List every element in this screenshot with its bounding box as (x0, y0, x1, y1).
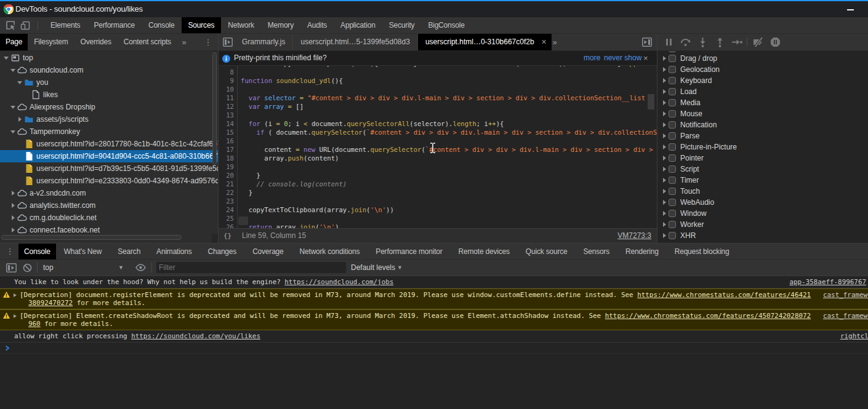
event-category-drag-drop[interactable]: Drag / drop (657, 53, 868, 64)
sidebar-menu-button[interactable]: ⋮ (202, 34, 214, 50)
tree-expander[interactable] (17, 117, 22, 122)
tree-expander[interactable] (10, 105, 15, 109)
tree-item-likes[interactable]: likes (0, 89, 218, 101)
checkbox[interactable] (669, 154, 676, 162)
event-category-xhr[interactable]: XHR (657, 230, 868, 241)
editor-tab[interactable]: userscript.html…0-310b667c0f2b× (418, 34, 552, 50)
tree-item-userscript-html-id-e2333803-0dd0-4349-86[interactable]: userscript.html?id=e2333803-0dd0-4349-86… (0, 175, 218, 187)
sidebar-tab-content-scripts[interactable]: Content scripts (118, 34, 177, 50)
drawer-tab-search[interactable]: Search (110, 244, 148, 260)
checkbox[interactable] (669, 210, 676, 217)
tree-item-userscript-html-id-9041d904-ccc5-4c81-a0[interactable]: userscript.html?id=9041d904-ccc5-4c81-a0… (0, 150, 218, 162)
chevron-right-icon[interactable] (663, 211, 666, 216)
chevron-right-icon[interactable] (663, 122, 666, 127)
chevron-right-icon[interactable] (663, 89, 666, 94)
minimize-button[interactable] (845, 4, 857, 15)
event-category-script[interactable]: Script (657, 164, 868, 175)
navigator-toggle-icon[interactable] (223, 38, 233, 47)
step-into-icon[interactable] (697, 37, 708, 47)
line-number[interactable]: 9 (230, 76, 234, 85)
context-selector[interactable]: top (43, 260, 54, 276)
message-source-link[interactable]: rightclick.user.js (840, 332, 868, 340)
infobar-never-show-link[interactable]: never show (604, 51, 641, 65)
event-category-mouse[interactable]: Mouse (657, 108, 868, 119)
checkbox[interactable] (669, 66, 676, 73)
checkbox[interactable] (669, 132, 676, 140)
checkbox[interactable] (669, 199, 676, 206)
line-number[interactable]: 13 (226, 111, 234, 119)
drawer-tab-network-conditions[interactable]: Network conditions (292, 244, 368, 260)
line-number[interactable]: 24 (226, 205, 234, 214)
line-number[interactable]: 8 (230, 68, 234, 76)
chevron-right-icon[interactable] (663, 67, 666, 72)
tree-expander[interactable] (10, 129, 15, 134)
infobar-close-icon[interactable]: × (643, 51, 648, 65)
event-category-load[interactable]: Load (657, 86, 868, 97)
tab-sources[interactable]: Sources (182, 17, 222, 33)
sidebar-tab-overrides[interactable]: Overrides (74, 34, 118, 50)
chevron-right-icon[interactable] (663, 233, 666, 238)
drawer-tab-animations[interactable]: Animations (148, 244, 199, 260)
tab-memory[interactable]: Memory (261, 17, 300, 33)
chevron-right-icon[interactable] (663, 133, 666, 138)
step-icon[interactable] (731, 37, 742, 47)
message-link[interactable]: 960 (28, 320, 41, 328)
tab-elements[interactable]: Elements (44, 17, 87, 33)
step-over-icon[interactable] (680, 37, 690, 47)
sidebar-more-tabs-button[interactable]: » (176, 34, 192, 50)
tree-item-aliexpress-dropship[interactable]: Aliexpress Dropship (0, 101, 218, 113)
chevron-right-icon[interactable] (663, 78, 666, 83)
line-number[interactable]: 14 (226, 119, 234, 128)
event-category-webaudio[interactable]: WebAudio (657, 197, 868, 208)
tab-application[interactable]: Application (334, 17, 382, 33)
message-link[interactable]: https://soundcloud.com/you/likes (131, 332, 260, 340)
chevron-right-icon[interactable] (663, 156, 666, 161)
sidebar-tab-page[interactable]: Page (0, 34, 28, 50)
message-source-link[interactable]: cast_framework.js (823, 312, 868, 320)
chevron-right-icon[interactable] (663, 145, 666, 149)
tab-console[interactable]: Console (142, 17, 182, 33)
inspect-icon[interactable] (6, 20, 16, 31)
drawer-tab-rendering[interactable]: Rendering (617, 244, 667, 260)
chevron-right-icon[interactable] (663, 178, 666, 183)
tree-item-you[interactable]: you (0, 76, 218, 89)
tree-item-userscript-html-id-d7b39c15-c5b5-4081-91[interactable]: userscript.html?id=d7b39c15-c5b5-4081-91… (0, 162, 218, 175)
sidebar-vertical-scrollbar[interactable] (212, 52, 217, 165)
event-category-pointer[interactable]: Pointer (657, 153, 868, 164)
tab-audits[interactable]: Audits (300, 17, 334, 33)
checkbox[interactable] (669, 51, 676, 52)
tab-bigconsole[interactable]: BigConsole (421, 17, 471, 33)
chevron-right-icon[interactable] (663, 100, 666, 105)
line-number[interactable]: 21 (226, 180, 234, 188)
editor-tabs-overflow-button[interactable]: » (549, 34, 561, 50)
event-category-media[interactable]: Media (657, 97, 868, 108)
checkbox[interactable] (669, 188, 676, 195)
tab-close-icon[interactable]: × (541, 34, 546, 50)
checkbox[interactable] (669, 110, 676, 117)
checkbox[interactable] (669, 99, 676, 106)
sidebar-horizontal-scrollbar[interactable] (1, 235, 182, 240)
drawer-tab-coverage[interactable]: Coverage (244, 244, 291, 260)
drawer-menu-button[interactable]: ⋮ (5, 244, 15, 260)
log-level-selector[interactable]: Default levels (351, 260, 395, 276)
editor-vertical-scrollbar[interactable] (648, 94, 654, 109)
event-category-notification[interactable]: Notification (657, 119, 868, 130)
line-number[interactable]: 15 (226, 128, 234, 137)
tree-item-assets-js-scripts[interactable]: assets/js/scripts (0, 113, 218, 125)
tree-item-soundcloud-com[interactable]: soundcloud.com (0, 64, 218, 76)
line-number[interactable]: 20 (226, 171, 234, 180)
tree-item-top[interactable]: top (0, 52, 218, 64)
chevron-right-icon[interactable] (14, 293, 17, 297)
drawer-tab-what-s-new[interactable]: What's New (56, 244, 110, 260)
line-number[interactable]: 23 (226, 197, 234, 205)
line-number[interactable]: 10 (226, 85, 234, 93)
line-number[interactable]: 22 (226, 188, 234, 197)
tab-network[interactable]: Network (221, 17, 261, 33)
message-link[interactable]: https://soundcloud.com/jobs (284, 278, 393, 286)
message-source-link[interactable]: app-358aeff-8996767 (789, 278, 866, 286)
pause-icon[interactable] (664, 37, 674, 47)
debugger-panel-toggle-icon[interactable] (642, 38, 652, 47)
drawer-tab-quick-source[interactable]: Quick source (518, 244, 576, 260)
line-number[interactable]: 16 (226, 137, 234, 145)
checkbox[interactable] (669, 177, 676, 184)
